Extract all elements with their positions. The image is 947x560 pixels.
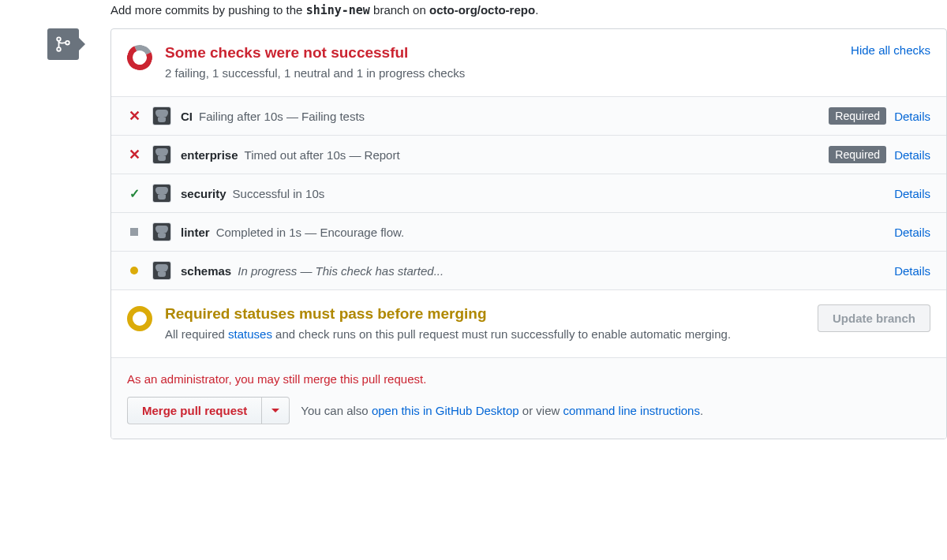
check-details-link[interactable]: Details <box>894 110 930 123</box>
svg-point-0 <box>57 37 61 41</box>
status-donut-icon <box>127 306 152 331</box>
required-badge: Required <box>829 107 886 125</box>
check-details-link[interactable]: Details <box>894 187 930 200</box>
check-app-avatar <box>152 261 171 280</box>
statuses-link[interactable]: statuses <box>228 327 272 341</box>
text: . <box>700 404 703 417</box>
checks-summary-section: Some checks were not successful 2 failin… <box>111 29 946 97</box>
check-details-link[interactable]: Details <box>894 226 930 239</box>
check-text: CIFailing after 10s — Failing tests <box>181 110 829 123</box>
merge-also-text: You can also open this in GitHub Desktop… <box>301 404 703 417</box>
hide-checks-link[interactable]: Hide all checks <box>851 43 930 57</box>
hint-branch: shiny-new <box>306 3 370 17</box>
merge-pull-request-button[interactable]: Merge pull request <box>127 397 262 424</box>
merge-section: As an administrator, you may still merge… <box>111 358 946 439</box>
hint-repo: octo-org/octo-repo <box>429 3 535 17</box>
admin-merge-notice: As an administrator, you may still merge… <box>127 372 930 386</box>
check-name: security <box>181 187 226 200</box>
checks-list: ✕CIFailing after 10s — Failing testsRequ… <box>111 97 946 290</box>
required-title: Required statuses must pass before mergi… <box>165 304 808 324</box>
merge-button-group: Merge pull request <box>127 397 290 424</box>
check-row: ✓securitySuccessful in 10sDetails <box>111 174 946 213</box>
check-app-avatar <box>152 145 171 164</box>
checks-title: Some checks were not successful <box>165 43 841 63</box>
text: You can also <box>301 404 372 417</box>
check-details-link[interactable]: Details <box>894 264 930 278</box>
check-row: ✕enterpriseTimed out after 10s — ReportR… <box>111 136 946 174</box>
check-status-icon: ✕ <box>127 146 141 163</box>
x-icon: ✕ <box>129 146 140 163</box>
hint-text: Add more commits by pushing to the <box>110 3 306 17</box>
check-status-icon: ✓ <box>127 186 141 201</box>
merge-dropdown-button[interactable] <box>262 397 290 424</box>
check-text: enterpriseTimed out after 10s — Report <box>181 148 829 162</box>
chevron-down-icon <box>271 409 279 413</box>
check-detail: Successful in 10s <box>233 187 325 200</box>
check-icon: ✓ <box>129 186 140 201</box>
x-icon: ✕ <box>129 107 140 125</box>
git-merge-icon <box>47 28 79 60</box>
check-text: schemasIn progress — This check has star… <box>181 264 894 278</box>
check-detail: Timed out after 10s — Report <box>245 148 400 162</box>
check-detail: Failing after 10s — Failing tests <box>199 110 365 123</box>
check-status-icon <box>127 228 141 236</box>
status-donut-icon <box>123 41 155 73</box>
check-app-avatar <box>152 106 171 125</box>
check-detail: Completed in 1s — Encourage flow. <box>216 226 404 239</box>
check-name: enterprise <box>181 148 238 162</box>
check-status-icon <box>127 267 141 274</box>
check-row: linterCompleted in 1s — Encourage flow.D… <box>111 213 946 252</box>
merge-panel: Some checks were not successful 2 failin… <box>110 28 947 439</box>
check-row: ✕CIFailing after 10s — Failing testsRequ… <box>111 97 946 136</box>
check-row: schemasIn progress — This check has star… <box>111 252 946 290</box>
required-badge: Required <box>829 146 886 163</box>
check-status-icon: ✕ <box>127 107 141 125</box>
text: and check runs on this pull request must… <box>272 327 731 341</box>
checks-subtitle: 2 failing, 1 successful, 1 neutral and 1… <box>165 65 841 83</box>
command-line-link[interactable]: command line instructions <box>563 404 700 417</box>
check-detail: In progress — This check has started... <box>238 264 444 278</box>
push-hint: Add more commits by pushing to the shiny… <box>47 0 947 28</box>
update-branch-button[interactable]: Update branch <box>818 304 930 332</box>
text: or view <box>519 404 563 417</box>
required-subtitle: All required statuses and check runs on … <box>165 326 808 344</box>
svg-point-2 <box>66 41 69 45</box>
check-app-avatar <box>152 184 171 203</box>
text: All required <box>165 327 228 341</box>
square-icon <box>130 228 138 236</box>
svg-point-1 <box>57 47 61 51</box>
hint-text: . <box>535 3 538 17</box>
check-name: linter <box>181 226 210 239</box>
check-name: schemas <box>181 264 231 278</box>
open-desktop-link[interactable]: open this in GitHub Desktop <box>372 404 519 417</box>
check-text: securitySuccessful in 10s <box>181 187 894 200</box>
required-status-section: Required statuses must pass before mergi… <box>111 290 946 358</box>
check-details-link[interactable]: Details <box>894 148 930 162</box>
dot-icon <box>130 267 138 274</box>
check-app-avatar <box>152 222 171 241</box>
check-text: linterCompleted in 1s — Encourage flow. <box>181 226 894 239</box>
hint-text: branch on <box>370 3 429 17</box>
check-name: CI <box>181 110 193 123</box>
